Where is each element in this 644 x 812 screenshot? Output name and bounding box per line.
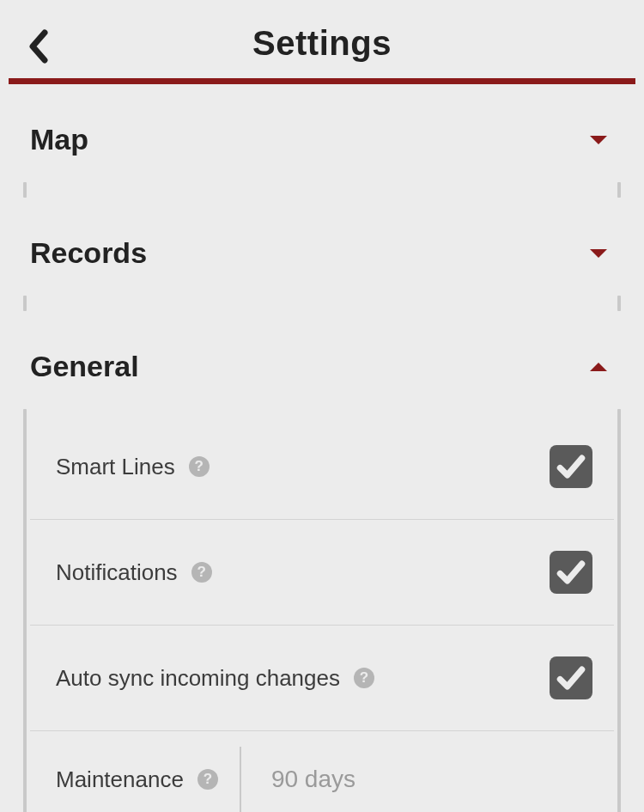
section-general: General Smart Lines ? Notifications ? (0, 311, 644, 812)
section-header-general[interactable]: General (30, 311, 614, 409)
check-icon (556, 452, 586, 481)
check-icon (556, 663, 586, 693)
caret-up-icon (590, 363, 607, 371)
setting-row-smart-lines: Smart Lines ? (30, 409, 614, 520)
section-title-general: General (30, 350, 139, 383)
setting-label: Auto sync incoming changes (56, 665, 340, 692)
checkbox-notifications[interactable] (550, 551, 592, 594)
section-border-marks (23, 296, 621, 311)
section-header-map[interactable]: Map (30, 84, 614, 182)
caret-down-icon (590, 249, 607, 258)
caret-down-icon (590, 136, 607, 144)
setting-row-maintenance: Maintenance ? (30, 731, 614, 812)
help-icon[interactable]: ? (197, 769, 218, 790)
maintenance-input[interactable] (271, 766, 592, 793)
section-header-records[interactable]: Records (30, 198, 614, 296)
section-records: Records (0, 198, 644, 311)
section-title-records: Records (30, 236, 147, 270)
check-icon (556, 558, 586, 587)
help-icon[interactable]: ? (191, 562, 212, 583)
general-settings-body: Smart Lines ? Notifications ? Au (23, 409, 621, 812)
section-map: Map (0, 84, 644, 198)
setting-row-notifications: Notifications ? (30, 520, 614, 626)
page-title: Settings (26, 24, 618, 63)
help-icon[interactable]: ? (354, 668, 374, 688)
checkbox-smart-lines[interactable] (550, 445, 592, 488)
checkbox-auto-sync[interactable] (550, 656, 592, 699)
chevron-left-icon (26, 29, 50, 64)
help-icon[interactable]: ? (189, 456, 210, 477)
header: Settings (9, 0, 635, 84)
setting-row-auto-sync: Auto sync incoming changes ? (30, 626, 614, 731)
setting-label: Notifications (56, 559, 178, 586)
setting-label: Maintenance (56, 766, 184, 793)
back-button[interactable] (17, 26, 58, 67)
setting-label: Smart Lines (56, 454, 175, 480)
section-title-map: Map (30, 123, 88, 156)
section-border-marks (23, 182, 621, 198)
